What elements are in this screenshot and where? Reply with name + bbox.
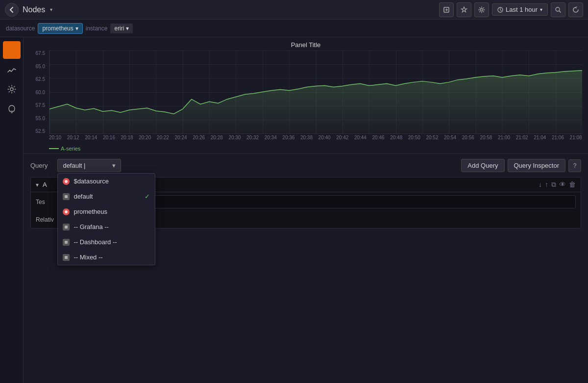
- dropdown-item-prometheus[interactable]: prometheus: [58, 204, 155, 219]
- legend-label: A-series: [61, 146, 80, 152]
- chart-main: [49, 51, 582, 134]
- xaxis-label-6: 20:22: [157, 135, 169, 144]
- instance-filter-label: instance: [86, 25, 108, 32]
- xaxis-label-4: 20:18: [121, 135, 133, 144]
- xaxis-label-0: 20:10: [49, 135, 61, 144]
- yaxis-label-600: 60.0: [36, 90, 45, 95]
- xaxis-label-27: 21:04: [534, 135, 546, 144]
- dropdown-item-datasource[interactable]: $datasource: [58, 174, 155, 189]
- legend-line-icon: [49, 148, 59, 149]
- settings-button[interactable]: [474, 2, 489, 17]
- query-header-left: Query default | ▾: [30, 159, 121, 172]
- xaxis-label-5: 20:20: [139, 135, 151, 144]
- datasource-filter-arrow: ▾: [75, 25, 78, 32]
- instance-filter-value: eriri: [114, 25, 124, 32]
- time-range-label: Last 1 hour: [506, 6, 538, 13]
- xaxis-label-29: 21:08: [570, 135, 582, 144]
- datasource-filter-label: datasource: [6, 25, 35, 32]
- datasource-selected-value: default |: [63, 162, 85, 169]
- star-button[interactable]: [457, 2, 471, 17]
- page-title-arrow[interactable]: ▾: [50, 7, 52, 12]
- refresh-button[interactable]: [568, 2, 583, 17]
- xaxis-label-1: 20:12: [67, 135, 79, 144]
- sidebar: [0, 37, 24, 383]
- yaxis-label-575: 57.5: [36, 102, 45, 108]
- query-section: Query default | ▾: [24, 154, 588, 383]
- xaxis-label-25: 21:00: [498, 135, 510, 144]
- xaxis-label-3: 20:16: [103, 135, 115, 144]
- filterbar: datasource prometheus ▾ instance eriri ▾: [0, 20, 588, 37]
- move-up-icon[interactable]: ↑: [545, 180, 548, 189]
- dropdown-item-mixed-label: -- Mixed --: [74, 254, 102, 261]
- query-inspector-button[interactable]: Query Inspector: [508, 159, 566, 172]
- yaxis-label-625: 62.5: [36, 77, 45, 82]
- query-a-label: A: [43, 181, 47, 188]
- chart-area: Panel Title 67.5 65.0 62.5 60.0 57.5 55.…: [24, 37, 588, 154]
- collapse-arrow[interactable]: ▾: [36, 181, 39, 188]
- content-area: Panel Title 67.5 65.0 62.5 60.0 57.5 55.…: [24, 37, 588, 383]
- sidebar-icon-chart[interactable]: [3, 61, 21, 78]
- dropdown-item-grafana-label: -- Grafana --: [74, 223, 109, 230]
- svg-point-5: [10, 88, 13, 91]
- xaxis-label-15: 20:40: [318, 135, 331, 144]
- dropdown-item-datasource-label: $datasource: [74, 178, 109, 185]
- add-query-button[interactable]: Add Query: [461, 159, 504, 172]
- xaxis-label-28: 21:06: [552, 135, 564, 144]
- help-button[interactable]: ?: [568, 159, 581, 172]
- chart-container: 67.5 65.0 62.5 60.0 57.5 55.0 52.5: [29, 51, 582, 144]
- sidebar-icon-settings[interactable]: [3, 80, 21, 98]
- zoom-button[interactable]: [551, 2, 565, 17]
- grid-h-6: [49, 133, 582, 134]
- topbar-right: Last 1 hour ▾: [439, 2, 583, 17]
- topbar-left: Nodes ▾: [5, 3, 52, 17]
- xaxis-label-20: 20:50: [408, 135, 420, 144]
- duplicate-icon[interactable]: ⧉: [551, 180, 556, 189]
- svg-point-8: [65, 210, 68, 213]
- sidebar-icon-datasource[interactable]: [3, 41, 21, 59]
- instance-filter-pill[interactable]: eriri ▾: [110, 24, 133, 33]
- xaxis-label-16: 20:42: [336, 135, 348, 144]
- xaxis-label-7: 20:24: [174, 135, 187, 144]
- svg-rect-10: [65, 241, 68, 244]
- dropdown-item-prometheus-label: prometheus: [74, 208, 107, 215]
- delete-icon[interactable]: 🗑: [569, 180, 576, 189]
- svg-rect-7: [65, 195, 68, 198]
- yaxis-label-650: 65.0: [36, 64, 45, 69]
- svg-point-6: [65, 180, 68, 183]
- xaxis-label-18: 20:46: [372, 135, 385, 144]
- xaxis-label-26: 21:02: [516, 135, 528, 144]
- time-range-button[interactable]: Last 1 hour ▾: [492, 3, 548, 16]
- datasource-selector[interactable]: default | ▾ $datasource: [57, 159, 121, 172]
- xaxis-label-8: 20:26: [193, 135, 205, 144]
- chart-yaxis: 67.5 65.0 62.5 60.0 57.5 55.0 52.5: [29, 51, 47, 134]
- query-controls-right: Add Query Query Inspector ?: [461, 159, 581, 172]
- datasource-filter-pill[interactable]: prometheus ▾: [38, 23, 82, 34]
- back-button[interactable]: [5, 3, 19, 17]
- panel-title: Panel Title: [29, 41, 582, 49]
- xaxis-label-24: 20:58: [480, 135, 492, 144]
- yaxis-label-675: 67.5: [36, 51, 45, 56]
- check-icon: ✓: [145, 193, 150, 200]
- visibility-icon[interactable]: 👁: [559, 180, 566, 189]
- dropdown-item-dashboard-label: -- Dashboard --: [74, 238, 117, 246]
- datasource-icon-red: [63, 178, 70, 185]
- share-button[interactable]: [439, 2, 454, 17]
- query-header: Query default | ▾: [30, 159, 581, 172]
- xaxis-label-22: 20:54: [444, 135, 456, 144]
- topbar: Nodes ▾ Last 1 hour ▾: [0, 0, 588, 20]
- dropdown-item-default[interactable]: default ✓: [58, 189, 155, 204]
- datasource-filter-value: prometheus: [42, 25, 73, 32]
- svg-rect-9: [65, 226, 68, 229]
- dropdown-item-dashboard[interactable]: -- Dashboard --: [58, 234, 155, 250]
- svg-point-1: [480, 8, 483, 11]
- dropdown-item-grafana[interactable]: -- Grafana --: [58, 219, 155, 234]
- dashboard-icon-gray: [63, 239, 70, 246]
- sidebar-icon-alerts[interactable]: [3, 100, 21, 118]
- xaxis-label-23: 20:56: [462, 135, 474, 144]
- chart-legend: A-series: [49, 146, 582, 152]
- datasource-dropdown: $datasource default ✓: [57, 173, 155, 265]
- datasource-select-button[interactable]: default | ▾: [57, 159, 121, 172]
- xaxis-label-11: 20:32: [246, 135, 259, 144]
- dropdown-item-mixed[interactable]: -- Mixed --: [58, 250, 155, 265]
- move-down-icon[interactable]: ↓: [539, 180, 542, 189]
